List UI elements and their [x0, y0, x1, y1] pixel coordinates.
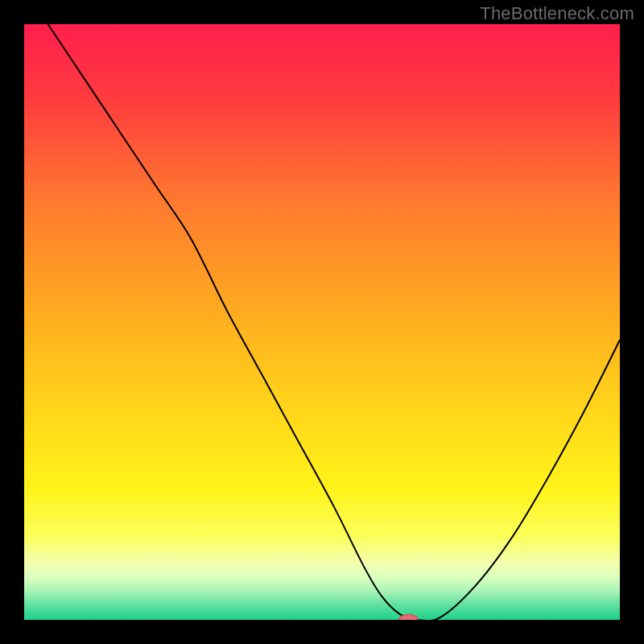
plot-area: [24, 24, 620, 620]
chart-svg: [24, 24, 620, 620]
watermark-text: TheBottleneck.com: [480, 3, 634, 24]
chart-frame: TheBottleneck.com: [0, 0, 644, 644]
background-rect: [24, 24, 620, 620]
